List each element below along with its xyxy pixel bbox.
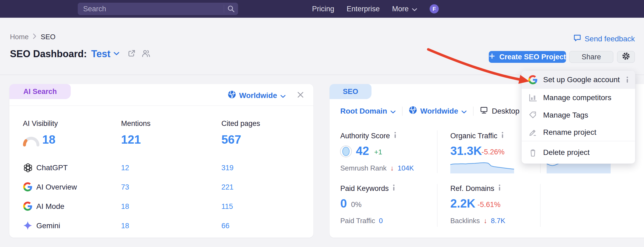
row-mentions[interactable]: 18 xyxy=(121,222,129,230)
semrush-rank-value[interactable]: 104K xyxy=(398,164,414,172)
user-avatar[interactable]: F xyxy=(430,4,439,13)
ai-visibility-label: AI Visibility xyxy=(23,119,58,128)
filter-divider xyxy=(402,107,402,116)
list-item: AI Mode 18 115 xyxy=(9,197,313,216)
send-feedback-link[interactable]: Send feedback xyxy=(573,34,635,44)
settings-gear-button[interactable] xyxy=(617,51,635,63)
organic-traffic-label: Organic Traffic xyxy=(450,132,504,140)
cited-pages-value[interactable]: 567 xyxy=(221,133,241,146)
authority-score-label: Authority Score xyxy=(340,132,397,140)
feedback-bubble-icon xyxy=(573,34,581,44)
ai-region-picker[interactable]: Worldwide xyxy=(228,90,286,100)
arrow-down-icon: ↓ xyxy=(484,217,487,225)
info-icon[interactable] xyxy=(394,132,397,140)
external-link-icon[interactable] xyxy=(128,49,136,59)
globe-icon xyxy=(228,90,236,100)
column-divider xyxy=(437,184,437,227)
ref-domains-label: Ref. Domains xyxy=(450,184,501,193)
users-icon[interactable] xyxy=(141,49,151,59)
column-divider xyxy=(540,184,540,227)
row-name: AI Mode xyxy=(36,202,64,211)
ai-platform-list: ChatGPT 12 319 AI Overview 73 221 AI Mod… xyxy=(9,158,313,235)
seo-dashboard-screen: Pricing Enterprise More F Home SEO Send … xyxy=(0,0,644,247)
nav-enterprise[interactable]: Enterprise xyxy=(347,5,380,13)
menu-item-setup-google-account[interactable]: Set up Google account xyxy=(522,71,635,89)
paid-keywords-label: Paid Keywords xyxy=(340,184,395,193)
backlinks-value[interactable]: 8.7K xyxy=(491,217,505,225)
google-logo-icon xyxy=(528,75,538,84)
mentions-value[interactable]: 121 xyxy=(121,133,141,146)
create-seo-project-button[interactable]: Create SEO Project xyxy=(489,51,566,63)
menu-item-manage-tags[interactable]: Manage Tags xyxy=(522,106,635,124)
device-selector[interactable]: Desktop xyxy=(480,106,519,116)
seo-region-picker[interactable]: Worldwide xyxy=(409,106,467,116)
list-item: AI Overview 73 221 xyxy=(9,177,313,197)
ref-domains-delta: -5.61% xyxy=(477,201,501,209)
ref-domains-value[interactable]: 2.2K xyxy=(450,197,475,210)
chevron-down-icon xyxy=(390,107,396,115)
bar-chart-icon xyxy=(528,93,538,102)
row-name: ChatGPT xyxy=(36,164,68,172)
chevron-right-icon xyxy=(33,33,36,41)
desktop-icon xyxy=(480,106,488,116)
filter-divider xyxy=(473,107,473,116)
row-mentions[interactable]: 12 xyxy=(121,164,129,172)
info-icon[interactable] xyxy=(626,77,629,83)
semrush-rank-row: Semrush Rank ↓ 104K xyxy=(340,164,414,172)
info-icon[interactable] xyxy=(392,184,395,193)
row-mentions[interactable]: 18 xyxy=(121,202,129,211)
arrow-down-icon: ↓ xyxy=(390,164,394,172)
mentions-label: Mentions xyxy=(121,119,151,128)
gemini-icon xyxy=(23,221,33,231)
row-cited[interactable]: 319 xyxy=(221,164,233,172)
nav-pricing[interactable]: Pricing xyxy=(312,5,334,13)
menu-item-rename-project[interactable]: Rename project xyxy=(522,124,635,141)
authority-score-value[interactable]: 42 xyxy=(356,144,369,158)
page-title: SEO Dashboard: xyxy=(10,48,87,60)
breadcrumb-home[interactable]: Home xyxy=(10,33,29,41)
paid-traffic-value[interactable]: 0 xyxy=(379,217,383,225)
organic-traffic-value[interactable]: 31.3K xyxy=(450,144,482,158)
menu-item-manage-competitors[interactable]: Manage competitors xyxy=(522,89,635,106)
search-input[interactable] xyxy=(78,5,224,13)
paid-keywords-delta: 0% xyxy=(351,201,362,209)
info-icon[interactable] xyxy=(501,132,504,140)
share-button[interactable]: Share xyxy=(569,51,613,63)
plus-icon xyxy=(489,53,495,61)
cited-pages-label: Cited pages xyxy=(221,119,260,128)
ai-visibility-value[interactable]: 18 xyxy=(42,133,55,146)
authority-score-badge xyxy=(340,145,352,159)
project-name[interactable]: Test xyxy=(91,48,110,60)
globe-icon xyxy=(409,106,417,116)
global-search[interactable] xyxy=(78,3,238,15)
title-row: SEO Dashboard: Test xyxy=(10,48,151,60)
info-icon[interactable] xyxy=(498,184,501,193)
nav-more[interactable]: More xyxy=(392,5,417,13)
row-cited[interactable]: 66 xyxy=(221,222,229,230)
project-settings-menu: Set up Google account Manage competitors… xyxy=(521,70,635,164)
organic-traffic-sparkline xyxy=(450,160,514,173)
organic-traffic-delta: -5.26% xyxy=(482,148,505,156)
project-picker[interactable]: Test xyxy=(91,48,119,60)
paid-keywords-value[interactable]: 0 xyxy=(340,197,347,210)
backlinks-row: Backlinks ↓ 8.7K xyxy=(450,217,505,225)
close-icon[interactable] xyxy=(297,91,304,100)
google-icon xyxy=(23,182,32,192)
tag-icon xyxy=(528,111,538,119)
chevron-down-icon xyxy=(114,52,119,56)
list-item: Gemini 18 66 xyxy=(9,216,313,235)
chevron-down-icon xyxy=(412,5,417,13)
menu-item-delete-project[interactable]: Delete project xyxy=(522,141,635,164)
ai-search-tab[interactable]: AI Search xyxy=(9,84,71,99)
search-icon[interactable] xyxy=(224,5,238,13)
scope-picker[interactable]: Root Domain xyxy=(340,107,396,115)
seo-filters: Root Domain Worldwide Desktop xyxy=(340,106,526,116)
row-mentions[interactable]: 73 xyxy=(121,183,129,191)
row-cited[interactable]: 115 xyxy=(221,202,233,211)
gear-icon xyxy=(621,52,631,63)
row-cited[interactable]: 221 xyxy=(221,183,233,191)
seo-tab[interactable]: SEO xyxy=(330,84,371,99)
column-divider xyxy=(437,130,437,173)
trash-icon xyxy=(528,148,538,157)
breadcrumb: Home SEO xyxy=(10,33,55,41)
